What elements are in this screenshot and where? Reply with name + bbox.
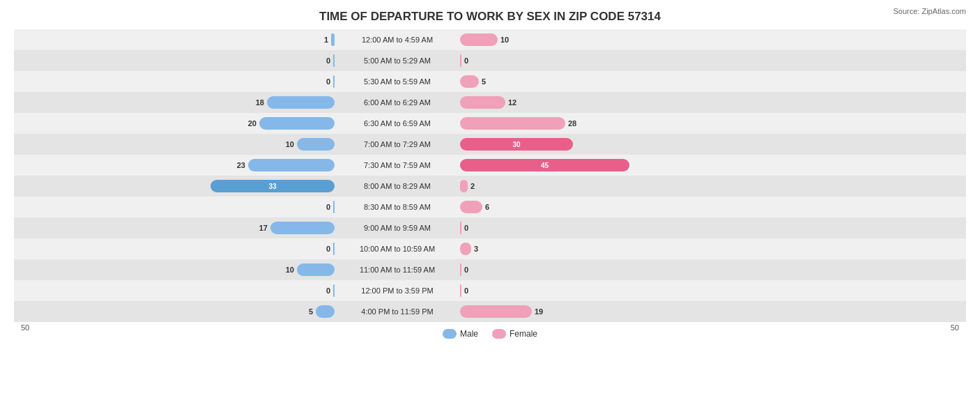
male-swatch bbox=[443, 329, 457, 339]
left-section: 0 bbox=[14, 284, 335, 297]
right-section: 0 bbox=[460, 54, 781, 67]
male-bar bbox=[297, 263, 335, 276]
male-label: Male bbox=[460, 329, 478, 339]
left-section: 10 bbox=[14, 138, 335, 151]
time-label: 11:00 AM to 11:59 AM bbox=[335, 266, 460, 274]
time-label: 10:00 AM to 10:59 AM bbox=[335, 245, 460, 253]
left-section: 0 bbox=[14, 54, 335, 67]
right-section: 0 bbox=[460, 222, 781, 234]
right-section: 12 bbox=[460, 96, 781, 109]
male-value-outside: 18 bbox=[249, 98, 264, 107]
left-section: 20 bbox=[14, 117, 335, 130]
time-label: 5:30 AM to 5:59 AM bbox=[335, 77, 460, 86]
female-bar bbox=[460, 75, 479, 88]
bar-row: 237:30 AM to 7:59 AM45 bbox=[14, 155, 966, 176]
female-bar bbox=[460, 117, 565, 130]
female-value-outside: 10 bbox=[500, 36, 516, 44]
legend: Male Female bbox=[443, 329, 537, 339]
time-label: 7:30 AM to 7:59 AM bbox=[335, 161, 460, 169]
left-section: 33 bbox=[14, 180, 335, 192]
female-bar bbox=[460, 54, 461, 67]
bar-row: 206:30 AM to 6:59 AM28 bbox=[14, 113, 966, 134]
female-bar bbox=[460, 284, 461, 297]
male-value-outside: 0 bbox=[315, 77, 330, 86]
right-section: 10 bbox=[460, 33, 781, 46]
legend-male: Male bbox=[443, 329, 478, 339]
female-value-outside: 2 bbox=[470, 182, 486, 190]
female-bar bbox=[460, 243, 471, 255]
female-bar bbox=[460, 33, 498, 46]
male-bar bbox=[259, 117, 335, 130]
bar-row: 1011:00 AM to 11:59 AM0 bbox=[14, 259, 966, 280]
female-bar bbox=[460, 180, 468, 192]
male-bar bbox=[316, 305, 335, 318]
right-section: 0 bbox=[460, 284, 781, 297]
bar-row: 107:00 AM to 7:29 AM30 bbox=[14, 134, 966, 155]
right-section: 28 bbox=[460, 117, 781, 130]
right-section: 3 bbox=[460, 243, 781, 255]
bar-row: 05:00 AM to 5:29 AM0 bbox=[14, 50, 966, 71]
female-value-inside: 45 bbox=[541, 162, 549, 169]
bar-row: 08:30 AM to 8:59 AM6 bbox=[14, 197, 966, 217]
right-section: 2 bbox=[460, 180, 781, 192]
bar-row: 112:00 AM to 4:59 AM10 bbox=[14, 29, 966, 50]
left-section: 5 bbox=[14, 305, 335, 318]
right-section: 6 bbox=[460, 201, 781, 213]
time-label: 9:00 AM to 9:59 AM bbox=[335, 224, 460, 232]
time-label: 7:00 AM to 7:29 AM bbox=[335, 140, 460, 148]
male-value-outside: 0 bbox=[315, 56, 330, 65]
female-value-outside: 5 bbox=[482, 77, 497, 86]
female-value-outside: 6 bbox=[485, 203, 500, 211]
legend-female: Female bbox=[492, 329, 537, 339]
male-value-outside: 1 bbox=[313, 36, 328, 44]
male-value-inside: 33 bbox=[268, 183, 276, 190]
bar-row: 05:30 AM to 5:59 AM5 bbox=[14, 71, 966, 92]
time-label: 4:00 PM to 11:59 PM bbox=[335, 307, 460, 316]
male-value-outside: 0 bbox=[315, 245, 330, 253]
axis-left-label: 50 bbox=[21, 323, 29, 339]
male-value-outside: 17 bbox=[252, 224, 268, 232]
left-section: 17 bbox=[14, 222, 335, 234]
time-label: 8:00 AM to 8:29 AM bbox=[335, 182, 460, 190]
chart-area: 112:00 AM to 4:59 AM1005:00 AM to 5:29 A… bbox=[14, 29, 966, 322]
time-label: 5:00 AM to 5:29 AM bbox=[335, 56, 460, 65]
right-section: 0 bbox=[460, 263, 781, 276]
male-value-outside: 23 bbox=[230, 161, 245, 169]
male-value-outside: 5 bbox=[298, 307, 313, 316]
chart-container: TIME OF DEPARTURE TO WORK BY SEX IN ZIP … bbox=[0, 0, 980, 414]
bar-row: 012:00 PM to 3:59 PM0 bbox=[14, 280, 966, 301]
right-section: 45 bbox=[460, 159, 781, 171]
female-value-inside: 30 bbox=[512, 141, 520, 148]
male-value-outside: 10 bbox=[279, 140, 294, 148]
male-value-outside: 20 bbox=[241, 119, 257, 128]
male-bar bbox=[270, 222, 335, 234]
right-section: 5 bbox=[460, 75, 781, 88]
time-label: 12:00 AM to 4:59 AM bbox=[335, 36, 460, 44]
left-section: 23 bbox=[14, 159, 335, 171]
female-bar bbox=[460, 263, 461, 276]
time-label: 8:30 AM to 8:59 AM bbox=[335, 203, 460, 211]
bar-row: 338:00 AM to 8:29 AM2 bbox=[14, 176, 966, 197]
left-section: 10 bbox=[14, 263, 335, 276]
male-value-outside: 0 bbox=[315, 203, 330, 211]
female-bar bbox=[460, 305, 532, 318]
bar-row: 186:00 AM to 6:29 AM12 bbox=[14, 92, 966, 113]
bar-row: 010:00 AM to 10:59 AM3 bbox=[14, 238, 966, 259]
left-section: 1 bbox=[14, 33, 335, 46]
time-label: 6:30 AM to 6:59 AM bbox=[335, 119, 460, 128]
bar-row: 54:00 PM to 11:59 PM19 bbox=[14, 301, 966, 322]
chart-title: TIME OF DEPARTURE TO WORK BY SEX IN ZIP … bbox=[14, 7, 966, 24]
female-label: Female bbox=[510, 329, 537, 339]
axis-right-label: 50 bbox=[951, 323, 959, 339]
male-bar bbox=[267, 96, 335, 109]
left-section: 0 bbox=[14, 201, 335, 213]
right-section: 30 bbox=[460, 138, 781, 151]
female-bar bbox=[460, 201, 482, 213]
female-value-outside: 0 bbox=[464, 266, 480, 274]
female-value-outside: 3 bbox=[474, 245, 489, 253]
female-value-outside: 0 bbox=[464, 224, 480, 232]
female-bar: 45 bbox=[460, 159, 629, 171]
male-value-outside: 0 bbox=[315, 286, 330, 295]
right-section: 19 bbox=[460, 305, 781, 318]
male-value-outside: 10 bbox=[279, 266, 294, 274]
